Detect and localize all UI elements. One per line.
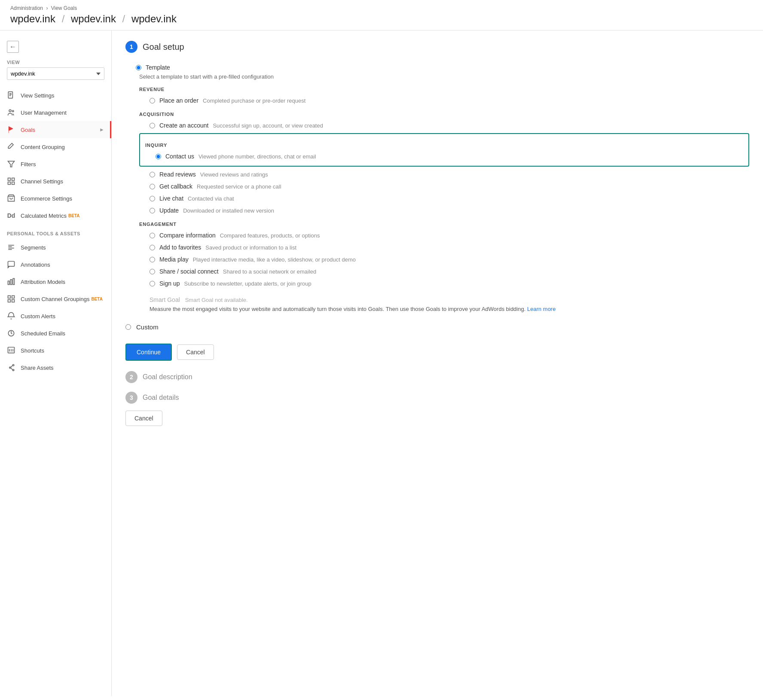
sidebar-item-view-settings[interactable]: View Settings bbox=[0, 87, 111, 104]
share-social-label: Share / social connect bbox=[159, 268, 219, 275]
sidebar-item-content-grouping[interactable]: Content Grouping bbox=[0, 138, 111, 155]
sidebar-item-label: Annotations bbox=[21, 262, 50, 268]
sign-up-option[interactable]: Sign up Subscribe to newsletter, update … bbox=[139, 277, 749, 289]
svg-rect-9 bbox=[8, 182, 11, 185]
add-favorites-option[interactable]: Add to favorites Saved product or inform… bbox=[139, 241, 749, 253]
top-header: Administration › View Goals wpdev.ink / … bbox=[0, 0, 763, 30]
share-social-option[interactable]: Share / social connect Shared to a socia… bbox=[139, 265, 749, 277]
place-order-desc: Completed purchase or pre-order request bbox=[203, 97, 305, 104]
custom-radio[interactable] bbox=[125, 324, 131, 330]
cancel-inline-button[interactable]: Cancel bbox=[177, 344, 214, 360]
template-section: Select a template to start with a pre-fi… bbox=[125, 73, 749, 312]
add-favorites-label: Add to favorites bbox=[159, 244, 201, 251]
add-favorites-desc: Saved product or information to a list bbox=[205, 244, 296, 251]
step-2-title: Goal description bbox=[143, 373, 192, 381]
tool-icon bbox=[7, 143, 15, 151]
add-favorites-radio[interactable] bbox=[150, 245, 155, 250]
sign-up-radio[interactable] bbox=[150, 281, 155, 286]
share-icon bbox=[7, 363, 15, 372]
svg-rect-0 bbox=[8, 92, 12, 98]
smart-goal-desc: Measure the most engaged visits to your … bbox=[150, 306, 749, 312]
sidebar-item-goals[interactable]: Goals ► bbox=[0, 121, 111, 138]
update-desc: Downloaded or installed new version bbox=[183, 207, 274, 214]
live-chat-radio[interactable] bbox=[150, 196, 155, 201]
acquisition-label: ACQUISITION bbox=[139, 112, 749, 117]
alert-icon bbox=[7, 312, 15, 320]
template-option-row[interactable]: Template bbox=[125, 61, 749, 73]
media-play-radio[interactable] bbox=[150, 257, 155, 262]
custom-option-label: Custom bbox=[136, 323, 159, 331]
sidebar-item-annotations[interactable]: Annotations bbox=[0, 256, 111, 273]
sidebar-item-ecommerce-settings[interactable]: Ecommerce Settings bbox=[0, 190, 111, 207]
sidebar-item-label: User Management bbox=[21, 110, 67, 116]
main-content: 1 Goal setup Template Select a template … bbox=[112, 30, 763, 696]
sidebar-item-label: Custom Channel Groupings bbox=[21, 296, 89, 302]
step-1-title: Goal setup bbox=[143, 42, 184, 52]
filter-icon bbox=[7, 160, 15, 168]
read-reviews-desc: Viewed reviews and ratings bbox=[200, 171, 268, 178]
sidebar-item-label: Content Grouping bbox=[21, 144, 65, 150]
grid-icon bbox=[7, 177, 15, 186]
place-order-radio[interactable] bbox=[150, 98, 155, 103]
update-option[interactable]: Update Downloaded or installed new versi… bbox=[139, 204, 749, 216]
svg-rect-23 bbox=[12, 300, 15, 302]
compare-info-radio[interactable] bbox=[150, 233, 155, 238]
continue-button[interactable]: Continue bbox=[125, 344, 172, 361]
sidebar-item-custom-channel-groupings[interactable]: Custom Channel Groupings BETA bbox=[0, 290, 111, 307]
users-icon bbox=[7, 108, 15, 117]
sidebar: ← VIEW wpdev.ink View Settings User Mana… bbox=[0, 30, 112, 696]
read-reviews-option[interactable]: Read reviews Viewed reviews and ratings bbox=[139, 168, 749, 180]
svg-line-32 bbox=[11, 365, 12, 367]
get-callback-radio[interactable] bbox=[150, 184, 155, 189]
sidebar-item-channel-settings[interactable]: Channel Settings bbox=[0, 173, 111, 190]
step-3-circle: 3 bbox=[125, 392, 137, 404]
sidebar-item-label: Calculated Metrics bbox=[21, 213, 67, 219]
sidebar-item-label: Channel Settings bbox=[21, 178, 63, 185]
learn-more-link[interactable]: Learn more bbox=[527, 306, 555, 312]
bar-chart-icon bbox=[7, 277, 15, 286]
template-radio[interactable] bbox=[136, 65, 141, 70]
sidebar-item-share-assets[interactable]: Share Assets bbox=[0, 359, 111, 376]
sidebar-item-shortcuts[interactable]: Shortcuts bbox=[0, 342, 111, 359]
compare-info-option[interactable]: Compare information Compared features, p… bbox=[139, 229, 749, 241]
sidebar-item-label: Attribution Models bbox=[21, 279, 65, 285]
beta-badge: BETA bbox=[91, 297, 102, 301]
update-label: Update bbox=[159, 207, 179, 214]
page-title: wpdev.ink / wpdev.ink / wpdev.ink bbox=[10, 13, 753, 25]
view-selector[interactable]: wpdev.ink bbox=[7, 67, 104, 80]
media-play-option[interactable]: Media play Played interactive media, lik… bbox=[139, 253, 749, 265]
cancel-bottom-button[interactable]: Cancel bbox=[125, 411, 162, 426]
custom-option-row[interactable]: Custom bbox=[125, 319, 749, 335]
contact-us-radio[interactable] bbox=[156, 154, 161, 159]
create-account-desc: Successful sign up, account, or view cre… bbox=[213, 122, 323, 129]
sidebar-item-segments[interactable]: Segments bbox=[0, 239, 111, 256]
sidebar-item-label: Share Assets bbox=[21, 365, 54, 371]
sidebar-item-attribution-models[interactable]: Attribution Models bbox=[0, 273, 111, 290]
create-account-option[interactable]: Create an account Successful sign up, ac… bbox=[139, 119, 749, 131]
sidebar-item-scheduled-emails[interactable]: Scheduled Emails bbox=[0, 325, 111, 342]
back-button[interactable]: ← bbox=[0, 37, 111, 56]
share-social-radio[interactable] bbox=[150, 269, 155, 274]
media-play-label: Media play bbox=[159, 256, 189, 263]
sidebar-item-custom-alerts[interactable]: Custom Alerts bbox=[0, 307, 111, 325]
live-chat-option[interactable]: Live chat Contacted via chat bbox=[139, 192, 749, 204]
media-play-desc: Played interactive media, like a video, … bbox=[193, 256, 356, 263]
smart-goal-section: Smart Goal Smart Goal not available. Mea… bbox=[139, 296, 749, 312]
update-radio[interactable] bbox=[150, 208, 155, 213]
place-order-option[interactable]: Place an order Completed purchase or pre… bbox=[139, 94, 749, 107]
sign-up-desc: Subscribe to newsletter, update alerts, … bbox=[184, 280, 311, 287]
sidebar-item-calculated-metrics[interactable]: Dd Calculated Metrics BETA bbox=[0, 207, 111, 224]
sidebar-item-label: Segments bbox=[21, 244, 46, 251]
read-reviews-label: Read reviews bbox=[159, 171, 196, 178]
sidebar-item-filters[interactable]: Filters bbox=[0, 155, 111, 173]
sidebar-item-label: View Settings bbox=[21, 92, 55, 99]
contact-us-option[interactable]: Contact us Viewed phone number, directio… bbox=[145, 150, 743, 162]
sidebar-item-user-management[interactable]: User Management bbox=[0, 104, 111, 121]
create-account-radio[interactable] bbox=[150, 123, 155, 128]
chevron-right-icon: ► bbox=[99, 127, 104, 133]
cart-icon bbox=[7, 194, 15, 203]
back-arrow-icon[interactable]: ← bbox=[7, 41, 19, 53]
get-callback-option[interactable]: Get callback Requested service or a phon… bbox=[139, 180, 749, 192]
svg-marker-6 bbox=[8, 161, 15, 167]
read-reviews-radio[interactable] bbox=[150, 172, 155, 177]
